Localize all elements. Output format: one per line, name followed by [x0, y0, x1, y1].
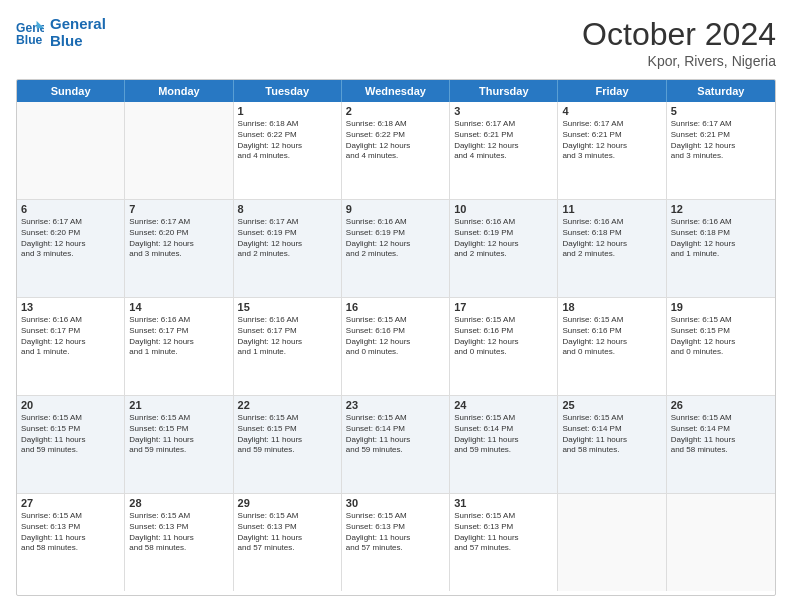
calendar-cell: 26Sunrise: 6:15 AM Sunset: 6:14 PM Dayli…	[667, 396, 775, 493]
day-number: 6	[21, 203, 120, 215]
day-info: Sunrise: 6:17 AM Sunset: 6:20 PM Dayligh…	[129, 217, 228, 260]
calendar-cell: 21Sunrise: 6:15 AM Sunset: 6:15 PM Dayli…	[125, 396, 233, 493]
day-info: Sunrise: 6:17 AM Sunset: 6:21 PM Dayligh…	[671, 119, 771, 162]
logo-line1: General	[50, 16, 106, 33]
header-day-wednesday: Wednesday	[342, 80, 450, 102]
day-number: 8	[238, 203, 337, 215]
calendar-cell: 7Sunrise: 6:17 AM Sunset: 6:20 PM Daylig…	[125, 200, 233, 297]
calendar-cell: 2Sunrise: 6:18 AM Sunset: 6:22 PM Daylig…	[342, 102, 450, 199]
day-info: Sunrise: 6:15 AM Sunset: 6:16 PM Dayligh…	[346, 315, 445, 358]
day-info: Sunrise: 6:15 AM Sunset: 6:16 PM Dayligh…	[562, 315, 661, 358]
day-info: Sunrise: 6:15 AM Sunset: 6:13 PM Dayligh…	[129, 511, 228, 554]
calendar-cell: 6Sunrise: 6:17 AM Sunset: 6:20 PM Daylig…	[17, 200, 125, 297]
day-info: Sunrise: 6:15 AM Sunset: 6:16 PM Dayligh…	[454, 315, 553, 358]
calendar-cell: 20Sunrise: 6:15 AM Sunset: 6:15 PM Dayli…	[17, 396, 125, 493]
day-number: 9	[346, 203, 445, 215]
logo-icon: General Blue	[16, 19, 44, 47]
calendar-cell	[17, 102, 125, 199]
svg-text:Blue: Blue	[16, 33, 43, 47]
day-info: Sunrise: 6:15 AM Sunset: 6:14 PM Dayligh…	[671, 413, 771, 456]
calendar-week-1: 1Sunrise: 6:18 AM Sunset: 6:22 PM Daylig…	[17, 102, 775, 200]
day-number: 20	[21, 399, 120, 411]
calendar-cell: 4Sunrise: 6:17 AM Sunset: 6:21 PM Daylig…	[558, 102, 666, 199]
calendar-cell: 24Sunrise: 6:15 AM Sunset: 6:14 PM Dayli…	[450, 396, 558, 493]
header-day-sunday: Sunday	[17, 80, 125, 102]
main-title: October 2024	[582, 16, 776, 53]
calendar-cell: 15Sunrise: 6:16 AM Sunset: 6:17 PM Dayli…	[234, 298, 342, 395]
day-info: Sunrise: 6:17 AM Sunset: 6:19 PM Dayligh…	[238, 217, 337, 260]
day-number: 10	[454, 203, 553, 215]
calendar-cell: 29Sunrise: 6:15 AM Sunset: 6:13 PM Dayli…	[234, 494, 342, 591]
day-number: 17	[454, 301, 553, 313]
day-number: 3	[454, 105, 553, 117]
day-number: 18	[562, 301, 661, 313]
header-day-monday: Monday	[125, 80, 233, 102]
calendar-cell: 28Sunrise: 6:15 AM Sunset: 6:13 PM Dayli…	[125, 494, 233, 591]
logo: General Blue General Blue	[16, 16, 106, 49]
day-info: Sunrise: 6:15 AM Sunset: 6:15 PM Dayligh…	[129, 413, 228, 456]
calendar-week-5: 27Sunrise: 6:15 AM Sunset: 6:13 PM Dayli…	[17, 494, 775, 591]
day-number: 28	[129, 497, 228, 509]
day-number: 5	[671, 105, 771, 117]
day-info: Sunrise: 6:15 AM Sunset: 6:13 PM Dayligh…	[238, 511, 337, 554]
calendar-cell: 11Sunrise: 6:16 AM Sunset: 6:18 PM Dayli…	[558, 200, 666, 297]
day-info: Sunrise: 6:18 AM Sunset: 6:22 PM Dayligh…	[346, 119, 445, 162]
header-day-saturday: Saturday	[667, 80, 775, 102]
day-info: Sunrise: 6:16 AM Sunset: 6:17 PM Dayligh…	[21, 315, 120, 358]
day-number: 16	[346, 301, 445, 313]
logo-line2: Blue	[50, 33, 106, 50]
day-number: 27	[21, 497, 120, 509]
day-info: Sunrise: 6:17 AM Sunset: 6:20 PM Dayligh…	[21, 217, 120, 260]
day-number: 14	[129, 301, 228, 313]
subtitle: Kpor, Rivers, Nigeria	[582, 53, 776, 69]
day-number: 25	[562, 399, 661, 411]
calendar-cell: 23Sunrise: 6:15 AM Sunset: 6:14 PM Dayli…	[342, 396, 450, 493]
calendar-cell: 13Sunrise: 6:16 AM Sunset: 6:17 PM Dayli…	[17, 298, 125, 395]
calendar-cell: 8Sunrise: 6:17 AM Sunset: 6:19 PM Daylig…	[234, 200, 342, 297]
day-info: Sunrise: 6:18 AM Sunset: 6:22 PM Dayligh…	[238, 119, 337, 162]
day-number: 24	[454, 399, 553, 411]
day-info: Sunrise: 6:17 AM Sunset: 6:21 PM Dayligh…	[454, 119, 553, 162]
calendar-cell: 3Sunrise: 6:17 AM Sunset: 6:21 PM Daylig…	[450, 102, 558, 199]
calendar-week-2: 6Sunrise: 6:17 AM Sunset: 6:20 PM Daylig…	[17, 200, 775, 298]
calendar-cell: 31Sunrise: 6:15 AM Sunset: 6:13 PM Dayli…	[450, 494, 558, 591]
day-info: Sunrise: 6:15 AM Sunset: 6:14 PM Dayligh…	[454, 413, 553, 456]
day-number: 15	[238, 301, 337, 313]
calendar-cell: 25Sunrise: 6:15 AM Sunset: 6:14 PM Dayli…	[558, 396, 666, 493]
calendar-cell: 5Sunrise: 6:17 AM Sunset: 6:21 PM Daylig…	[667, 102, 775, 199]
day-info: Sunrise: 6:15 AM Sunset: 6:15 PM Dayligh…	[671, 315, 771, 358]
calendar-cell	[558, 494, 666, 591]
day-info: Sunrise: 6:16 AM Sunset: 6:19 PM Dayligh…	[454, 217, 553, 260]
day-info: Sunrise: 6:15 AM Sunset: 6:15 PM Dayligh…	[21, 413, 120, 456]
header-day-thursday: Thursday	[450, 80, 558, 102]
calendar-cell: 27Sunrise: 6:15 AM Sunset: 6:13 PM Dayli…	[17, 494, 125, 591]
day-number: 1	[238, 105, 337, 117]
day-info: Sunrise: 6:17 AM Sunset: 6:21 PM Dayligh…	[562, 119, 661, 162]
day-number: 22	[238, 399, 337, 411]
day-number: 21	[129, 399, 228, 411]
page: General Blue General Blue October 2024 K…	[0, 0, 792, 612]
day-number: 4	[562, 105, 661, 117]
calendar-cell	[667, 494, 775, 591]
calendar-week-4: 20Sunrise: 6:15 AM Sunset: 6:15 PM Dayli…	[17, 396, 775, 494]
calendar-cell: 30Sunrise: 6:15 AM Sunset: 6:13 PM Dayli…	[342, 494, 450, 591]
day-info: Sunrise: 6:16 AM Sunset: 6:19 PM Dayligh…	[346, 217, 445, 260]
calendar-cell: 12Sunrise: 6:16 AM Sunset: 6:18 PM Dayli…	[667, 200, 775, 297]
day-info: Sunrise: 6:16 AM Sunset: 6:18 PM Dayligh…	[671, 217, 771, 260]
day-info: Sunrise: 6:15 AM Sunset: 6:14 PM Dayligh…	[562, 413, 661, 456]
calendar-cell: 9Sunrise: 6:16 AM Sunset: 6:19 PM Daylig…	[342, 200, 450, 297]
day-info: Sunrise: 6:16 AM Sunset: 6:18 PM Dayligh…	[562, 217, 661, 260]
day-number: 31	[454, 497, 553, 509]
calendar-header: SundayMondayTuesdayWednesdayThursdayFrid…	[17, 80, 775, 102]
header-day-tuesday: Tuesday	[234, 80, 342, 102]
day-number: 19	[671, 301, 771, 313]
day-number: 7	[129, 203, 228, 215]
day-info: Sunrise: 6:15 AM Sunset: 6:13 PM Dayligh…	[454, 511, 553, 554]
day-number: 2	[346, 105, 445, 117]
title-section: October 2024 Kpor, Rivers, Nigeria	[582, 16, 776, 69]
day-number: 13	[21, 301, 120, 313]
calendar-cell: 19Sunrise: 6:15 AM Sunset: 6:15 PM Dayli…	[667, 298, 775, 395]
day-info: Sunrise: 6:15 AM Sunset: 6:13 PM Dayligh…	[21, 511, 120, 554]
day-info: Sunrise: 6:15 AM Sunset: 6:13 PM Dayligh…	[346, 511, 445, 554]
calendar-cell: 22Sunrise: 6:15 AM Sunset: 6:15 PM Dayli…	[234, 396, 342, 493]
